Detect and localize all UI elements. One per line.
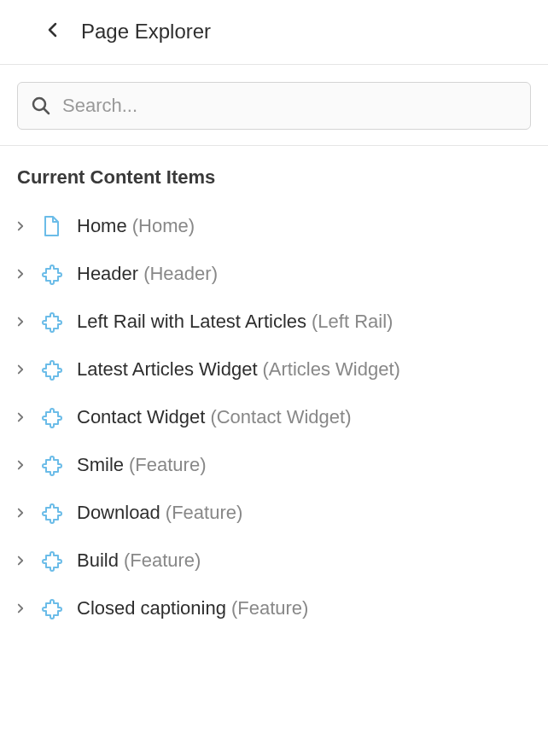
chevron-right-icon[interactable]: [17, 411, 27, 423]
item-label: Closed captioning: [77, 597, 226, 619]
puzzle-icon: [39, 453, 65, 477]
chevron-right-icon[interactable]: [17, 555, 27, 567]
chevron-right-icon[interactable]: [17, 316, 27, 328]
file-icon: [39, 214, 65, 238]
page-title: Page Explorer: [81, 20, 211, 44]
puzzle-icon: [39, 501, 65, 525]
chevron-right-icon[interactable]: [17, 459, 27, 471]
header: Page Explorer: [0, 0, 548, 65]
section-title: Current Content Items: [17, 166, 531, 189]
item-type: (Articles Widget): [263, 358, 400, 381]
puzzle-icon: [39, 596, 65, 620]
item-label: Build: [77, 550, 119, 572]
list-item[interactable]: Latest Articles Widget(Articles Widget): [17, 346, 531, 393]
item-label: Home: [77, 215, 127, 237]
item-type: (Feature): [129, 454, 206, 476]
chevron-right-icon[interactable]: [17, 220, 27, 232]
list-item[interactable]: Header(Header): [17, 250, 531, 298]
list-item[interactable]: Closed captioning(Feature): [17, 584, 531, 632]
item-label: Smile: [77, 454, 124, 476]
search-container: [0, 65, 548, 146]
item-label: Left Rail with Latest Articles: [77, 311, 306, 333]
chevron-right-icon[interactable]: [17, 507, 27, 519]
chevron-left-icon: [48, 22, 57, 40]
content-section: Current Content Items Home(Home)Header(H…: [0, 146, 548, 632]
item-type: (Header): [143, 263, 218, 285]
list-item[interactable]: Smile(Feature): [17, 441, 531, 489]
chevron-right-icon[interactable]: [17, 602, 27, 614]
item-label: Header: [77, 263, 138, 285]
puzzle-icon: [39, 262, 65, 286]
search-icon: [32, 96, 50, 115]
chevron-right-icon[interactable]: [17, 268, 27, 280]
back-button[interactable]: [38, 15, 67, 47]
item-type: (Contact Widget): [210, 406, 351, 428]
search-wrapper: [17, 82, 531, 130]
chevron-right-icon[interactable]: [17, 363, 27, 375]
list-item[interactable]: Home(Home): [17, 202, 531, 250]
item-list: Home(Home)Header(Header)Left Rail with L…: [17, 202, 531, 632]
list-item[interactable]: Left Rail with Latest Articles(Left Rail…: [17, 298, 531, 346]
list-item[interactable]: Contact Widget(Contact Widget): [17, 393, 531, 441]
search-input[interactable]: [62, 95, 516, 117]
item-label: Latest Articles Widget: [77, 358, 258, 381]
puzzle-icon: [39, 310, 65, 334]
item-label: Download: [77, 502, 160, 524]
item-type: (Feature): [124, 550, 201, 572]
item-label: Contact Widget: [77, 406, 205, 428]
list-item[interactable]: Build(Feature): [17, 537, 531, 584]
puzzle-icon: [39, 358, 65, 381]
puzzle-icon: [39, 405, 65, 429]
list-item[interactable]: Download(Feature): [17, 489, 531, 537]
item-type: (Feature): [231, 597, 308, 619]
puzzle-icon: [39, 549, 65, 573]
item-type: (Home): [132, 215, 195, 237]
item-type: (Feature): [166, 502, 242, 524]
item-type: (Left Rail): [312, 311, 393, 333]
